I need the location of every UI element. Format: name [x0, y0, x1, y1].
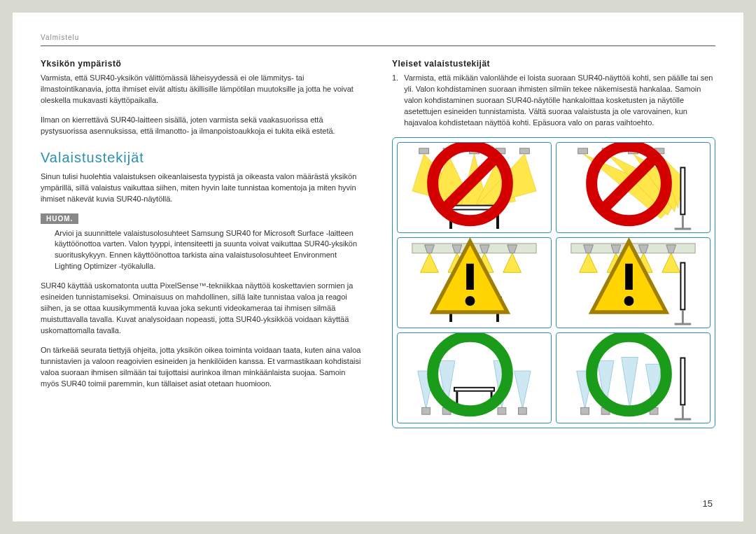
body-text: On tärkeää seurata tiettyjä ohjeita, jot… — [41, 345, 364, 390]
svg-point-45 — [465, 296, 475, 306]
panel-wall-direct — [556, 142, 710, 233]
body-text: Ilman on kierrettävä SUR40-laitteen sisä… — [41, 115, 364, 137]
rule — [41, 45, 715, 46]
note-badge: HUOM. — [41, 213, 78, 224]
ok-icon — [397, 332, 547, 419]
panel-table-shielded — [397, 237, 552, 328]
ok-icon — [556, 332, 706, 419]
panel-wall-indirect — [556, 332, 710, 423]
list-number: 1. — [392, 73, 398, 129]
body-text: SUR40 käyttää uskomatonta uutta PixelSen… — [41, 281, 364, 337]
section-heading-general-lighting: Yleiset valaistustekijät — [392, 59, 715, 69]
list-text: Varmista, että mikään valonlähde ei lois… — [404, 73, 715, 129]
body-text: Varmista, että SUR40-yksikön välittömäss… — [41, 73, 364, 106]
panel-wall-shielded — [556, 237, 710, 328]
list-item: 1. Varmista, että mikään valonlähde ei l… — [392, 73, 715, 129]
section-heading-lighting: Valaistustekijät — [41, 150, 364, 166]
svg-line-15 — [444, 157, 496, 209]
svg-line-29 — [603, 157, 655, 209]
warning-icon — [397, 237, 547, 323]
panel-table-direct — [397, 142, 552, 233]
section-heading-unit-env: Yksikön ympäristö — [41, 59, 364, 69]
note-text: Arvioi ja suunnittele valaistusolosuhtee… — [55, 228, 364, 273]
no-icon — [397, 142, 547, 228]
warning-icon — [556, 237, 706, 323]
page-number: 15 — [703, 498, 713, 509]
svg-point-87 — [592, 336, 666, 411]
columns: Yksikön ympäristö Varmista, että SUR40-y… — [41, 59, 715, 428]
page: Valmistelu Yksikön ympäristö Varmista, e… — [13, 13, 743, 521]
left-column: Yksikön ympäristö Varmista, että SUR40-y… — [41, 59, 364, 428]
lighting-diagram-grid — [392, 137, 715, 428]
svg-point-74 — [433, 336, 507, 411]
right-column: Yleiset valaistustekijät 1. Varmista, et… — [392, 59, 715, 428]
panel-table-indirect — [397, 332, 552, 423]
body-text: Sinun tulisi huolehtia valaistuksen oike… — [41, 171, 364, 205]
svg-point-61 — [624, 296, 634, 306]
no-icon — [556, 142, 706, 228]
breadcrumb: Valmistelu — [41, 34, 715, 41]
